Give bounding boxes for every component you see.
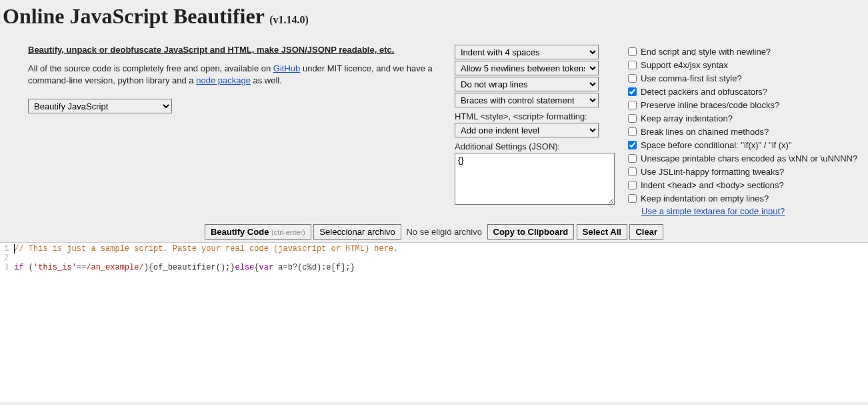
- jslint-checkbox[interactable]: [628, 167, 637, 176]
- subtitle: Beautify, unpack or deobfuscate JavaScri…: [28, 45, 455, 55]
- line-gutter: 123: [0, 243, 14, 402]
- e4x-checkbox[interactable]: [628, 61, 637, 69]
- keep-array-label: Keep array indentation?: [641, 113, 733, 123]
- newlines-select[interactable]: Allow 5 newlines between tokens: [455, 61, 599, 75]
- node-package-link[interactable]: node package: [196, 75, 251, 85]
- braces-select[interactable]: Braces with control statement: [455, 93, 599, 107]
- indent-head-checkbox[interactable]: [628, 181, 637, 189]
- e4x-label: Support e4x/jsx syntax: [641, 60, 728, 70]
- keep-array-checkbox[interactable]: [628, 114, 637, 123]
- detect-packers-checkbox[interactable]: [628, 87, 637, 96]
- break-chained-checkbox[interactable]: [628, 127, 637, 136]
- keep-empty-label: Keep indentation on empty lines?: [641, 193, 769, 204]
- title-text: Online JavaScript Beautifier: [3, 4, 264, 28]
- version-text: (v1.14.0): [269, 14, 309, 25]
- unescape-label: Unescape printable chars encoded as \xNN…: [641, 153, 857, 163]
- code-lines[interactable]: // This is just a sample script. Paste y…: [14, 243, 398, 402]
- text-cursor: [14, 244, 15, 254]
- github-link[interactable]: GitHub: [273, 63, 300, 73]
- space-cond-label: Space before conditional: "if(x)" / "if …: [641, 140, 792, 150]
- clear-button[interactable]: Clear: [629, 224, 663, 240]
- beautify-button[interactable]: Beautify Code (ctrl-enter): [205, 224, 311, 240]
- jslint-label: Use JSLint-happy formatting tweaks?: [641, 167, 784, 177]
- additional-settings-label: Additional Settings (JSON):: [455, 141, 628, 151]
- file-select-button[interactable]: Seleccionar archivo: [313, 224, 401, 240]
- html-format-select[interactable]: Add one indent level: [455, 123, 599, 137]
- toolbar: Beautify Code (ctrl-enter) Seleccionar a…: [0, 222, 868, 242]
- end-newline-label: End script and style with newline?: [641, 47, 771, 57]
- detect-packers-label: Detect packers and obfuscators?: [641, 87, 767, 97]
- wrap-select[interactable]: Do not wrap lines: [455, 77, 599, 91]
- indent-head-label: Indent <head> and <body> sections?: [641, 180, 784, 190]
- preserve-inline-label: Preserve inline braces/code blocks?: [641, 100, 779, 110]
- description: All of the source code is completely fre…: [28, 63, 455, 87]
- additional-settings-input[interactable]: {}: [455, 153, 615, 205]
- comma-first-checkbox[interactable]: [628, 74, 637, 83]
- use-simple-textarea-link[interactable]: Use a simple textarea for code input?: [641, 206, 785, 216]
- file-status: No se eligió archivo: [403, 227, 484, 237]
- preserve-inline-checkbox[interactable]: [628, 101, 637, 109]
- indent-select[interactable]: Indent with 4 spaces: [455, 45, 599, 59]
- space-cond-checkbox[interactable]: [628, 141, 637, 149]
- unescape-checkbox[interactable]: [628, 154, 637, 163]
- copy-clipboard-button[interactable]: Copy to Clipboard: [487, 224, 575, 240]
- end-newline-checkbox[interactable]: [628, 47, 637, 56]
- comma-first-label: Use comma-first list style?: [641, 73, 742, 83]
- html-format-label: HTML <style>, <script> formatting:: [455, 111, 628, 121]
- code-editor[interactable]: 123 // This is just a sample script. Pas…: [0, 242, 868, 402]
- break-chained-label: Break lines on chained methods?: [641, 127, 769, 137]
- language-select[interactable]: Beautify JavaScript: [28, 99, 172, 113]
- keep-empty-checkbox[interactable]: [628, 194, 637, 203]
- page-title: Online JavaScript Beautifier (v1.14.0): [3, 4, 868, 29]
- select-all-button[interactable]: Select All: [577, 224, 627, 240]
